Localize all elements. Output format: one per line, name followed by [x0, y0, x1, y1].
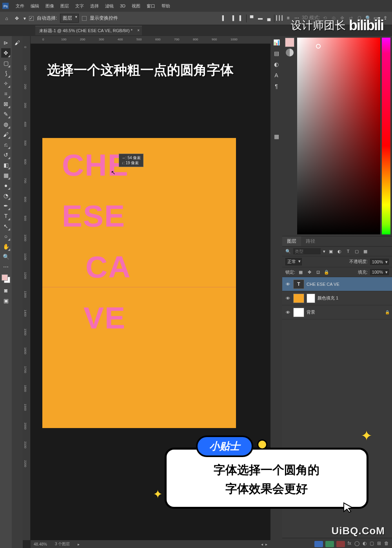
marquee-tool[interactable]: ▢	[1, 58, 11, 68]
screen-mode-icon[interactable]: ▣	[1, 296, 11, 305]
artboard[interactable]: CHE ESE CA VE →: 54 像素 ↓: 19 像素 ↖	[42, 138, 236, 428]
show-transform-checkbox[interactable]	[82, 16, 87, 21]
fill-value[interactable]: 100%	[370, 269, 389, 275]
clone-stamp-tool[interactable]: ⎌	[1, 140, 11, 149]
filter-shape-icon[interactable]: ▢	[354, 248, 360, 254]
menu-help[interactable]: 帮助	[158, 3, 173, 9]
align-left-icon[interactable]: ▌	[220, 15, 227, 22]
lock-all-icon[interactable]: 🔒	[323, 269, 330, 275]
nav-prev-icon[interactable]: ◂	[261, 542, 263, 546]
filter-type-icon[interactable]: T	[345, 248, 351, 254]
dodge-tool[interactable]: ◔	[1, 191, 11, 200]
menu-filter[interactable]: 滤镜	[102, 3, 117, 9]
mask-icon[interactable]: ◯	[354, 541, 359, 546]
tool-expand-icon[interactable]: ⊳	[1, 38, 11, 47]
hand-tool[interactable]: ✋	[1, 242, 11, 251]
menu-3d[interactable]: 3D	[117, 4, 129, 8]
edit-toolbar-icon[interactable]: ⋯	[1, 262, 11, 272]
character-icon[interactable]: A	[272, 71, 280, 79]
pen-tool[interactable]: ✒	[1, 201, 11, 210]
tab-layers[interactable]: 图层	[282, 236, 301, 246]
lock-icon[interactable]: 🔒	[385, 310, 390, 314]
distribute-h-icon[interactable]: ┃┃┃	[276, 15, 283, 22]
zoom-tool[interactable]: 🔍	[1, 252, 11, 261]
color-field[interactable]	[297, 38, 380, 234]
lasso-tool[interactable]: ⟆	[1, 69, 11, 78]
menu-file[interactable]: 文件	[13, 3, 27, 9]
eyedropper-tool[interactable]: ✎	[1, 109, 11, 119]
guide-line[interactable]	[42, 287, 236, 287]
brush-tool[interactable]: 🖌	[1, 130, 11, 139]
auto-select-checkbox[interactable]	[29, 16, 34, 21]
color-picker-cursor[interactable]	[316, 44, 321, 49]
lock-pixels-icon[interactable]: ▦	[298, 269, 304, 275]
brush-preset-icon[interactable]: 🖌	[13, 38, 22, 47]
hue-slider[interactable]	[382, 38, 390, 234]
menu-layer[interactable]: 图层	[57, 3, 72, 9]
adjustment-icon[interactable]: ◐	[363, 541, 367, 546]
move-icon[interactable]: ✥	[13, 15, 20, 22]
menu-edit[interactable]: 编辑	[27, 3, 42, 9]
eraser-tool[interactable]: ◧	[1, 160, 11, 170]
shape-tool[interactable]: ○	[1, 232, 11, 241]
filter-smart-icon[interactable]: ▦	[362, 248, 368, 254]
blur-tool[interactable]: ●	[1, 181, 11, 190]
layer-name[interactable]: 背景	[307, 309, 315, 315]
frame-tool[interactable]: ⊠	[1, 99, 11, 109]
delete-icon[interactable]: 🗑	[384, 541, 389, 546]
lock-position-icon[interactable]: ✥	[306, 269, 312, 275]
gradient-tool[interactable]: ▦	[1, 171, 11, 180]
menu-image[interactable]: 图像	[42, 3, 57, 9]
tab-paths[interactable]: 路径	[301, 236, 320, 246]
auto-select-dropdown[interactable]: 图层	[60, 14, 79, 23]
fx-icon[interactable]: fx	[348, 541, 351, 546]
color-swatches[interactable]	[2, 274, 10, 283]
menu-select[interactable]: 选择	[87, 3, 102, 9]
color-mode-icon[interactable]	[286, 49, 294, 56]
spot-heal-tool[interactable]: ◍	[1, 120, 11, 129]
align-right-icon[interactable]: ▌	[238, 15, 245, 22]
path-select-tool[interactable]: ↖	[1, 221, 11, 231]
align-bottom-icon[interactable]: ▄	[265, 15, 272, 22]
quick-mask-icon[interactable]: ◙	[1, 286, 11, 295]
layer-name[interactable]: CHE ESE CA VE	[307, 282, 339, 287]
ruler-horizontal[interactable]: 0 100 200 300 400 500 600 700 800 900 10…	[31, 36, 270, 44]
menu-window[interactable]: 窗口	[143, 3, 158, 9]
foreground-swatch[interactable]	[2, 274, 8, 281]
align-center-h-icon[interactable]: ▐	[229, 15, 236, 22]
layer-row[interactable]: 👁 背景 🔒	[282, 305, 392, 319]
adjustments-icon[interactable]: ◐	[272, 60, 280, 68]
tab-close-icon[interactable]: ×	[137, 28, 140, 33]
home-icon[interactable]: ⌂	[3, 15, 10, 22]
text-line-3[interactable]: CA	[85, 252, 131, 282]
type-tool[interactable]: T	[1, 211, 11, 221]
doc-info[interactable]: 3 个图层	[55, 541, 70, 547]
magic-wand-tool[interactable]: ✧	[1, 79, 11, 88]
move-tool[interactable]: ✥	[1, 48, 11, 58]
align-middle-icon[interactable]: ▬	[257, 15, 264, 22]
ruler-vertical[interactable]: 0 100 200 300 400 500 600 700 800 900 10…	[23, 36, 31, 540]
crop-tool[interactable]: ⌗	[1, 89, 11, 98]
layer-row[interactable]: 👁 T CHE ESE CA VE	[282, 277, 392, 291]
new-layer-icon[interactable]: ⊞	[377, 541, 381, 546]
visibility-icon[interactable]: 👁	[285, 296, 291, 301]
visibility-icon[interactable]: 👁	[285, 310, 291, 315]
histogram-icon[interactable]: 📊	[272, 38, 280, 46]
paragraph-icon[interactable]: ¶	[272, 82, 280, 90]
filter-pixel-icon[interactable]: ▣	[328, 248, 334, 254]
opacity-value[interactable]: 100%	[370, 259, 389, 265]
layer-filter-input[interactable]	[293, 248, 321, 254]
layer-name[interactable]: 颜色填充 1	[318, 295, 338, 301]
visibility-icon[interactable]: 👁	[285, 282, 291, 287]
align-top-icon[interactable]: ▀	[248, 15, 255, 22]
properties-icon[interactable]: ▤	[272, 49, 280, 57]
lock-artboard-icon[interactable]: ⊡	[315, 269, 321, 275]
document-tab[interactable]: 未标题-1 @ 48.5% (CHE ESE CA VE, RGB/8#) * …	[35, 26, 142, 35]
swatches-icon[interactable]: ▦	[272, 132, 280, 140]
layer-row[interactable]: 👁 颜色填充 1	[282, 291, 392, 305]
current-color-swatch[interactable]	[285, 38, 294, 47]
nav-next-icon[interactable]: ▸	[265, 542, 267, 546]
group-icon[interactable]: ▢	[370, 541, 374, 546]
text-line-4[interactable]: VE	[83, 303, 126, 333]
menu-view[interactable]: 视图	[129, 3, 143, 9]
